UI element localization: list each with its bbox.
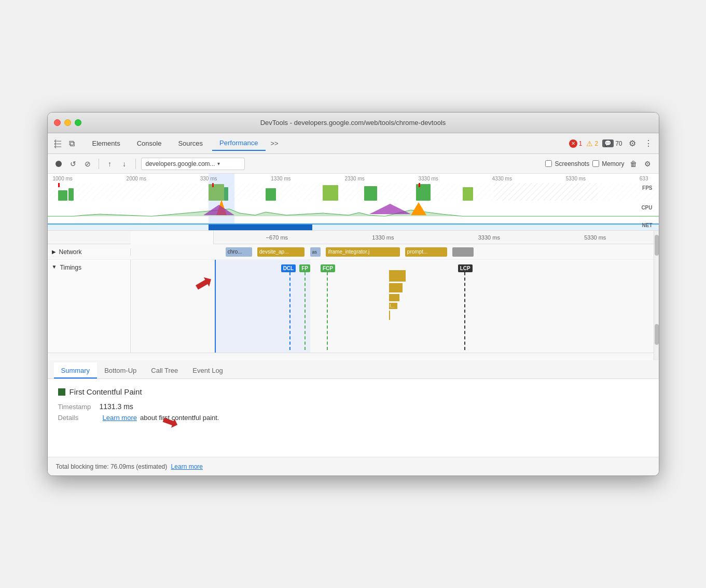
svg-marker-18 xyxy=(369,204,411,214)
net-bar-0: chro... xyxy=(226,247,252,257)
net-bar-3: iframe_integrator.j xyxy=(326,247,400,257)
warn-icon: ⚠ xyxy=(586,139,593,148)
screenshots-checkbox-label[interactable]: Screenshots xyxy=(545,160,589,167)
timings-label-text: Timings xyxy=(60,264,81,271)
tab-elements[interactable]: Elements xyxy=(85,136,128,150)
dcl-dashed-line xyxy=(289,272,296,350)
network-expand-icon[interactable]: ▶ xyxy=(52,249,56,255)
scrollbar-thumb-bot[interactable] xyxy=(655,324,659,345)
url-bar: developers.google.com... ▾ xyxy=(141,158,245,170)
fcp-color-swatch xyxy=(58,388,65,396)
status-learn-more[interactable]: Learn more xyxy=(171,463,203,470)
ts-1: 1330 ms xyxy=(372,234,394,241)
toolbar-settings-icon[interactable]: ⚙ xyxy=(642,158,654,170)
url-text: developers.google.com... xyxy=(146,160,215,167)
svg-rect-21 xyxy=(48,223,659,225)
net-bar-5 xyxy=(452,247,474,257)
fps-label: FPS xyxy=(642,185,652,191)
devtools-window: DevTools - developers.google.com/web/too… xyxy=(47,112,659,476)
lcp-bar-2 xyxy=(389,283,403,292)
cpu-label: CPU xyxy=(641,205,652,211)
close-button[interactable] xyxy=(54,119,61,126)
download-button[interactable]: ↓ xyxy=(119,158,130,170)
learn-more-link[interactable]: Learn more xyxy=(103,414,137,422)
timings-row-content: ➡ DCL FP FCP LCP xyxy=(131,260,659,353)
error-count: 1 xyxy=(579,140,583,147)
memory-checkbox-label[interactable]: Memory xyxy=(592,160,624,167)
toolbar-right: Screenshots Memory 🗑 ⚙ xyxy=(545,158,653,170)
network-row: ▶ Network chro... devsite_ap... as ifram… xyxy=(48,244,659,260)
dcl-marker: DCL xyxy=(281,263,296,350)
svg-rect-20 xyxy=(209,224,312,230)
reload-record-button[interactable]: ↺ xyxy=(67,158,79,170)
red-arrow-summary: ➡ xyxy=(158,408,182,435)
memory-label: Memory xyxy=(602,160,624,167)
toolbar-sep-1 xyxy=(99,159,99,169)
svg-rect-19 xyxy=(48,223,659,231)
svg-rect-10 xyxy=(463,187,473,201)
btab-summary[interactable]: Summary xyxy=(54,362,98,379)
trash-button[interactable]: 🗑 xyxy=(628,158,639,170)
svg-rect-13 xyxy=(419,183,420,187)
fcp-title: First Contentful Paint xyxy=(58,387,648,396)
tab-more[interactable]: >> xyxy=(268,137,282,149)
details-label: Details xyxy=(58,414,100,422)
titlebar: DevTools - developers.google.com/web/too… xyxy=(48,113,659,133)
status-text: Total blocking time: 76.09ms (estimated) xyxy=(56,463,168,470)
toolbar-sep-2 xyxy=(135,159,136,169)
cursor-icon[interactable]: ⬱ xyxy=(52,137,64,150)
red-arrow-timings: ➡ xyxy=(189,268,217,299)
lcp-bar-3 xyxy=(389,294,399,301)
timeline-scrollbar[interactable] xyxy=(654,231,659,360)
fcp-dashed-line xyxy=(327,272,335,350)
fps-cpu-net-chart xyxy=(48,174,659,231)
lcp-bar-stem xyxy=(389,311,390,320)
btab-bottomup[interactable]: Bottom-Up xyxy=(97,362,144,379)
net-bar-4: prompt... xyxy=(405,247,447,257)
details-row: Details Learn more about first contentfu… xyxy=(58,414,648,422)
lcp-dashed-line xyxy=(464,272,473,350)
minimize-button[interactable] xyxy=(64,119,71,126)
msg-badge: 💬 70 xyxy=(602,139,622,147)
dcl-badge: DCL xyxy=(281,264,296,272)
svg-rect-9 xyxy=(416,184,431,201)
performance-toolbar: ↺ ⊘ ↑ ↓ developers.google.com... ▾ Scree… xyxy=(48,154,659,174)
svg-marker-16 xyxy=(411,202,426,215)
timings-expand-icon[interactable]: ▼ xyxy=(52,264,57,270)
screenshots-checkbox[interactable] xyxy=(545,160,552,167)
network-row-label: ▶ Network xyxy=(48,248,131,256)
clear-button[interactable]: ⊘ xyxy=(82,158,93,170)
btab-calltree[interactable]: Call Tree xyxy=(144,362,185,379)
tabbar: ⬱ ⧉ Elements Console Sources Performance… xyxy=(48,133,659,154)
timeline-area: −670 ms 1330 ms 3330 ms 5330 ms ▶ Networ… xyxy=(48,231,659,360)
svg-rect-7 xyxy=(323,185,338,201)
lcp-bars: l... xyxy=(389,270,406,320)
svg-point-0 xyxy=(56,161,62,167)
fcp-badge: FCP xyxy=(321,264,335,272)
warn-badge: ⚠ 2 xyxy=(586,139,598,148)
upload-button[interactable]: ↑ xyxy=(104,158,116,170)
tab-sources[interactable]: Sources xyxy=(171,136,210,150)
tab-performance[interactable]: Performance xyxy=(212,136,265,151)
record-button[interactable] xyxy=(53,158,64,170)
scrollbar-thumb-top[interactable] xyxy=(655,235,659,256)
ts-2: 3330 ms xyxy=(478,234,500,241)
maximize-button[interactable] xyxy=(75,119,81,126)
net-label: NET xyxy=(642,222,653,228)
fcp-marker: FCP xyxy=(321,263,335,350)
inspect-icon[interactable]: ⧉ xyxy=(67,137,77,150)
error-icon: ✕ xyxy=(569,139,577,148)
svg-rect-3 xyxy=(68,188,74,201)
url-dropdown-icon[interactable]: ▾ xyxy=(217,161,220,166)
fp-marker: FP xyxy=(299,263,310,350)
memory-checkbox[interactable] xyxy=(592,160,599,167)
more-icon[interactable]: ⋮ xyxy=(642,136,655,150)
fp-dashed-line xyxy=(304,272,310,350)
screenshots-label: Screenshots xyxy=(555,160,589,167)
settings-icon[interactable]: ⚙ xyxy=(627,136,638,150)
ruler-spacer xyxy=(131,231,214,244)
network-label: Network xyxy=(59,248,82,256)
tab-console[interactable]: Console xyxy=(130,136,169,150)
fp-badge: FP xyxy=(299,264,310,272)
btab-eventlog[interactable]: Event Log xyxy=(185,362,230,379)
